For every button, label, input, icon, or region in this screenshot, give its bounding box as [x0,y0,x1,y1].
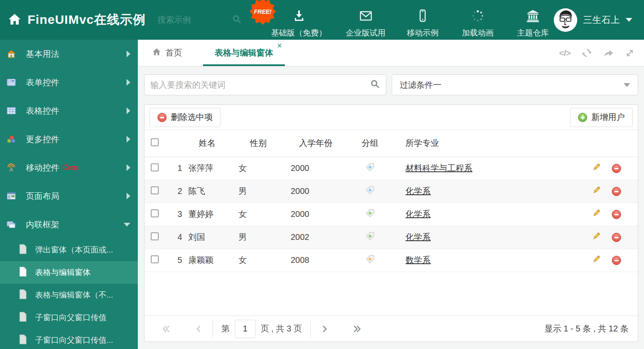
sidebar-item-form-controls[interactable]: 表单控件 [0,68,138,97]
close-icon[interactable]: ✕ [277,43,282,49]
first-page-button[interactable] [161,324,171,334]
delete-row-icon[interactable] [612,164,621,173]
last-page-button[interactable] [352,324,362,334]
nav-label: 主题仓库 [517,28,549,38]
sidebar-subitem-child-to-parent[interactable]: 子窗口向父窗口传值 [0,306,138,329]
keyword-search-input[interactable] [150,80,370,90]
edit-pencil-icon[interactable] [592,163,601,174]
row-checkbox[interactable] [151,255,159,263]
users-table: 姓名 性别 入学年份 分组 所学专业 1 张萍萍 女 2000 [145,130,638,272]
sidebar-subitem-popup-window[interactable]: 弹出窗体（本页面或... [0,239,138,261]
table-row[interactable]: 2 陈飞 男 2000 化学系 [145,180,638,203]
sidebar-item-grid-controls[interactable]: 表格控件 [0,97,138,125]
row-checkbox[interactable] [151,163,159,171]
tag-icon [365,232,375,243]
chevron-right-icon [127,193,130,199]
file-icon [18,244,28,256]
major-link[interactable]: 化学系 [406,232,431,242]
cell-year: 2008 [284,249,347,272]
page-input[interactable] [235,320,256,338]
nav-item-basic-edition[interactable]: FREE! 基础版（免费） [271,2,327,38]
fullscreen-icon[interactable] [625,48,635,58]
cell-year: 2000 [284,157,347,180]
cell-gender: 男 [232,226,284,249]
major-link[interactable]: 材料科学与工程系 [406,163,472,173]
sidebar-item-label: 移动控件 [26,162,59,173]
filter-dropdown[interactable]: 过滤条件一 [392,74,638,95]
cell-name: 康颖颖 [182,249,232,272]
delete-row-icon[interactable] [612,256,621,265]
next-page-button[interactable] [319,324,329,334]
row-checkbox[interactable] [151,186,159,194]
username: 三生石上 [583,14,620,26]
corp-badge: Corp. [63,164,79,171]
sidebar-item-more-controls[interactable]: 更多控件 [0,125,138,153]
sidebar-item-label: 内联框架 [26,219,59,230]
refresh-icon[interactable] [581,48,592,59]
filter-row: 过滤条件一 [144,74,638,95]
sidebar-subitem-child-to-parent-2[interactable]: 子窗口向父窗口传值... [0,329,138,349]
nav-item-enterprise-trial[interactable]: 企业版试用 [346,2,385,38]
nav-item-theme-store[interactable]: 主题仓库 [515,2,551,38]
top-nav: FREE! 基础版（免费） 企业版试用 移动示例 [271,2,551,38]
sidebar-item-iframe[interactable]: 内联框架 [0,210,138,239]
edit-pencil-icon[interactable] [592,209,601,220]
nav-item-mobile-demo[interactable]: 移动示例 [405,2,441,38]
delete-row-icon[interactable] [612,210,621,219]
table-row[interactable]: 1 张萍萍 女 2000 材料科学与工程系 [145,157,638,180]
minus-circle-icon [157,113,167,122]
edit-pencil-icon[interactable] [592,232,601,243]
brand[interactable]: FineUIMvc在线示例 [8,11,146,28]
table-row[interactable]: 5 康颖颖 女 2008 数学系 [145,249,638,272]
delete-row-icon[interactable] [612,233,621,242]
prev-page-button[interactable] [194,324,204,334]
row-index: 2 [167,180,182,203]
sidebar-subitem-label: 子窗口向父窗口传值 [35,312,106,323]
major-link[interactable]: 化学系 [406,186,431,196]
chevron-down-icon [626,18,632,22]
sidebar-subitem-grid-edit-window-2[interactable]: 表格与编辑窗体（不... [0,284,138,306]
edit-pencil-icon[interactable] [592,255,601,266]
delete-selected-button[interactable]: 删除选中项 [150,108,221,127]
row-checkbox[interactable] [151,209,159,217]
chevron-down-icon [624,83,630,87]
major-link[interactable]: 化学系 [406,209,431,219]
row-index: 1 [167,157,182,180]
tag-icon [365,209,375,220]
table-row[interactable]: 3 董婷婷 女 2000 化学系 [145,203,638,226]
sidebar-subitem-grid-edit-window[interactable]: 表格与编辑窗体 [0,261,138,284]
tab-home[interactable]: 首页 [144,40,190,66]
col-gender: 性别 [232,130,284,157]
page-label-prefix: 第 [221,323,230,334]
major-link[interactable]: 数学系 [406,255,431,265]
search-icon[interactable] [370,79,380,91]
sidebar-item-mobile-controls[interactable]: 移动控件 Corp. [0,153,138,182]
sidebar-item-basic-usage[interactable]: 基本用法 [0,40,138,68]
delete-row-icon[interactable] [612,187,621,196]
source-code-icon[interactable]: </> [559,48,570,58]
edit-pencil-icon[interactable] [592,186,601,197]
sidebar-item-page-layout[interactable]: 页面布局 [0,182,138,210]
cell-year: 2002 [284,226,347,249]
file-icon [18,312,28,324]
select-all-checkbox[interactable] [151,138,159,146]
sidebar-item-label: 表格控件 [26,105,59,117]
search-icon[interactable] [232,14,242,26]
row-checkbox[interactable] [151,232,159,240]
grid-empty-area [145,272,638,316]
add-user-button[interactable]: 新增用户 [570,108,633,127]
chevron-right-icon [127,51,130,57]
home-icon [152,47,161,59]
header-search-input[interactable] [157,15,220,25]
user-menu[interactable]: 三生石上 [554,8,632,32]
antenna-icon [6,162,17,173]
col-group: 分组 [347,130,393,157]
table-row[interactable]: 4 刘国 男 2002 化学系 [145,226,638,249]
nav-item-loading-animation[interactable]: 加载动画 [460,2,496,38]
bank-icon [526,9,540,24]
open-in-new-icon[interactable] [603,48,614,59]
free-badge: FREE! [249,0,276,25]
tab-grid-edit-window[interactable]: 表格与编辑窗体 ✕ [203,40,285,66]
nav-label: 企业版试用 [346,28,385,38]
tag-icon [365,186,375,197]
